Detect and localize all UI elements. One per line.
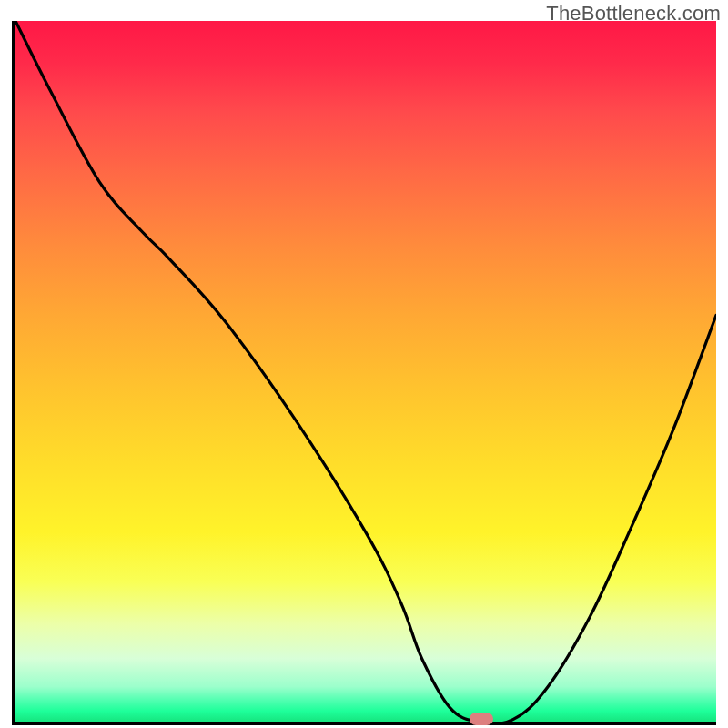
- chart-svg: [15, 21, 716, 722]
- optimal-point-marker: [470, 713, 493, 725]
- chart-container: TheBottleneck.com: [0, 0, 728, 728]
- bottleneck-curve: [15, 21, 716, 722]
- watermark-text: TheBottleneck.com: [546, 2, 721, 25]
